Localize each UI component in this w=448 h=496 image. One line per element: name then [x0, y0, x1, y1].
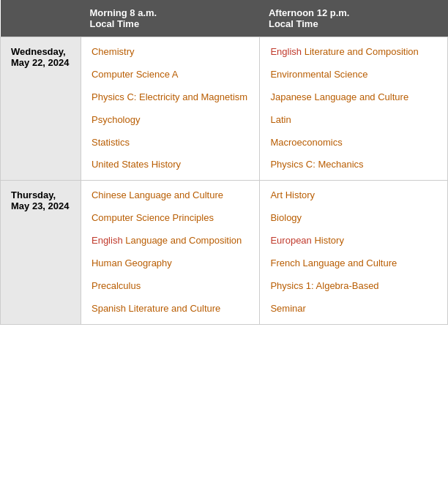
subject-link[interactable]: Spanish Literature and Culture — [92, 303, 249, 315]
subject-link[interactable]: Psychology — [92, 114, 249, 127]
subject-link[interactable]: Human Geography — [92, 258, 249, 270]
subject-link[interactable]: Chinese Language and Culture — [92, 189, 249, 202]
afternoon-cell-1: Art HistoryBiologyEuropean HistoryFrench… — [260, 181, 448, 324]
subject-link[interactable]: European History — [270, 235, 437, 247]
subject-link[interactable]: English Language and Composition — [92, 235, 249, 247]
subject-link[interactable]: Latin — [270, 114, 437, 127]
subject-link[interactable]: Precalculus — [92, 280, 249, 293]
subject-link[interactable]: United States History — [92, 159, 249, 171]
date-cell-1: Thursday,May 23, 2024 — [1, 181, 81, 324]
afternoon-header-line2: Local Time — [269, 18, 318, 29]
subject-link[interactable]: Art History — [270, 189, 437, 202]
subject-link[interactable]: English Literature and Composition — [270, 46, 437, 59]
morning-cell-1: Chinese Language and CultureComputer Sci… — [81, 181, 259, 324]
morning-header-line2: Local Time — [89, 18, 139, 29]
subject-link[interactable]: Statistics — [92, 137, 249, 149]
subject-link[interactable]: Environmental Science — [270, 69, 437, 81]
subject-link[interactable]: Physics 1: Algebra-Based — [270, 280, 437, 293]
morning-header: Morning 8 a.m. Local Time — [81, 0, 259, 37]
date-header — [1, 0, 81, 37]
date-cell-0: Wednesday,May 22, 2024 — [1, 37, 81, 181]
morning-header-line1: Morning 8 a.m. — [89, 7, 157, 18]
subject-link[interactable]: French Language and Culture — [270, 258, 437, 270]
subject-link[interactable]: Computer Science Principles — [92, 212, 249, 225]
subject-link[interactable]: Physics C: Mechanics — [270, 159, 437, 171]
morning-cell-0: ChemistryComputer Science APhysics C: El… — [81, 37, 259, 181]
subject-link[interactable]: Japanese Language and Culture — [270, 91, 437, 104]
subject-link[interactable]: Computer Science A — [92, 69, 249, 81]
afternoon-header-line1: Afternoon 12 p.m. — [269, 7, 350, 18]
subject-link[interactable]: Macroeconomics — [270, 137, 437, 149]
subject-link[interactable]: Chemistry — [92, 46, 249, 59]
subject-link[interactable]: Physics C: Electricity and Magnetism — [92, 91, 249, 104]
afternoon-header: Afternoon 12 p.m. Local Time — [260, 0, 448, 37]
subject-link[interactable]: Biology — [270, 212, 437, 225]
subject-link[interactable]: Seminar — [270, 303, 437, 315]
afternoon-cell-0: English Literature and CompositionEnviro… — [260, 37, 448, 181]
